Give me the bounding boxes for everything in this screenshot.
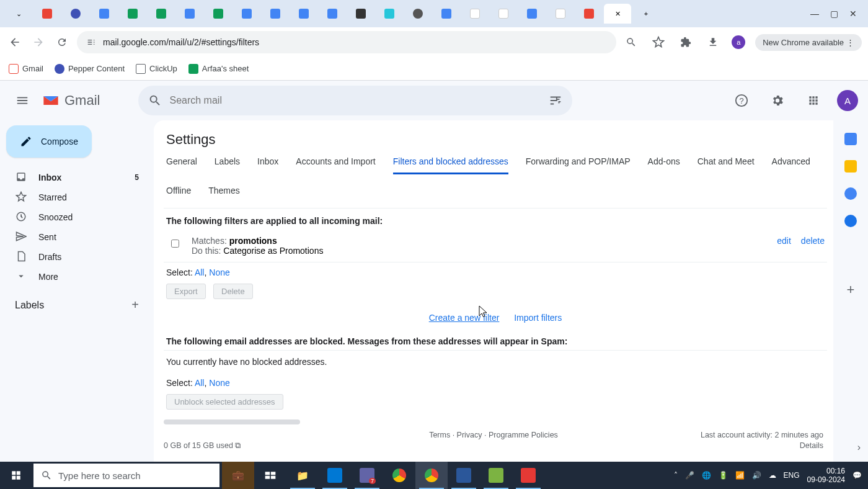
tab-gmail[interactable] bbox=[33, 4, 61, 24]
tray-wifi-icon[interactable]: 📶 bbox=[735, 471, 745, 480]
keep-icon[interactable] bbox=[844, 160, 857, 173]
nav-item-inbox[interactable]: Inbox5 bbox=[6, 168, 148, 187]
select-all-blocked[interactable]: All bbox=[195, 378, 205, 388]
taskbar-explorer[interactable]: 📁 bbox=[286, 462, 319, 489]
apps-button[interactable] bbox=[801, 88, 826, 113]
tab-8[interactable] bbox=[233, 4, 260, 24]
support-button[interactable]: ? bbox=[729, 88, 754, 113]
export-button[interactable]: Export bbox=[166, 284, 206, 299]
tab-4[interactable] bbox=[119, 4, 146, 24]
reload-button[interactable] bbox=[53, 34, 71, 51]
back-button[interactable] bbox=[6, 34, 24, 51]
tab-2[interactable] bbox=[62, 4, 89, 24]
tab-14[interactable] bbox=[404, 4, 432, 24]
select-none-filters[interactable]: None bbox=[209, 267, 229, 277]
nav-item-snoozed[interactable]: Snoozed bbox=[6, 207, 148, 227]
new-chrome-button[interactable]: New Chrome available ⋮ bbox=[755, 34, 862, 51]
address-bar[interactable]: mail.google.com/mail/u/2/#settings/filte… bbox=[77, 31, 616, 53]
tray-mic-icon[interactable]: 🎤 bbox=[685, 471, 694, 480]
gmail-logo[interactable]: Gmail bbox=[42, 92, 100, 109]
bookmark-arfaa-sheet[interactable]: Arfaa's sheet bbox=[188, 64, 249, 74]
main-menu-button[interactable] bbox=[10, 88, 35, 113]
profile-badge[interactable]: a bbox=[732, 35, 745, 49]
taskbar-app-briefcase[interactable]: 💼 bbox=[222, 462, 254, 489]
details-link[interactable]: Details bbox=[800, 441, 823, 451]
tab-19[interactable] bbox=[547, 4, 574, 24]
taskbar-task-view[interactable] bbox=[254, 462, 286, 489]
tasks-icon[interactable] bbox=[844, 187, 857, 200]
nav-item-sent[interactable]: Sent bbox=[6, 227, 148, 247]
terms-link[interactable]: Terms bbox=[429, 431, 450, 439]
tab-themes[interactable]: Themes bbox=[208, 186, 240, 202]
maximize-button[interactable]: ▢ bbox=[830, 9, 838, 19]
unblock-button[interactable]: Unblock selected addresses bbox=[166, 394, 283, 410]
tab-offline[interactable]: Offline bbox=[166, 186, 191, 202]
bookmark-clickup[interactable]: ClickUp bbox=[136, 64, 177, 74]
forward-button[interactable] bbox=[30, 34, 47, 51]
minimize-button[interactable]: — bbox=[810, 9, 819, 19]
tab-inbox[interactable]: Inbox bbox=[257, 156, 278, 174]
tab-filters-and-blocked-addresses[interactable]: Filters and blocked addresses bbox=[393, 156, 508, 174]
tab-5[interactable] bbox=[148, 4, 175, 24]
nav-item-drafts[interactable]: Drafts bbox=[6, 247, 148, 267]
nav-item-starred[interactable]: Starred bbox=[6, 187, 148, 207]
tray-globe-icon[interactable]: 🌐 bbox=[702, 471, 711, 480]
nav-item-more[interactable]: More bbox=[6, 267, 148, 287]
tab-3[interactable] bbox=[91, 4, 118, 24]
tray-battery-icon[interactable]: 🔋 bbox=[719, 471, 728, 480]
extensions-icon[interactable] bbox=[677, 34, 694, 51]
tab-chat-and-meet[interactable]: Chat and Meet bbox=[698, 156, 755, 174]
bookmark-pepper[interactable]: Pepper Content bbox=[55, 64, 125, 74]
downloads-icon[interactable] bbox=[704, 34, 722, 51]
tab-6[interactable] bbox=[176, 4, 203, 24]
import-filters-link[interactable]: Import filters bbox=[514, 313, 562, 323]
taskbar-app-red[interactable] bbox=[512, 462, 544, 489]
tray-onedrive-icon[interactable]: ☁ bbox=[769, 471, 776, 480]
horizontal-scrollbar[interactable] bbox=[164, 419, 300, 424]
tab-20[interactable] bbox=[575, 4, 603, 24]
contacts-icon[interactable] bbox=[844, 215, 857, 227]
tab-forwarding-and-pop-imap[interactable]: Forwarding and POP/IMAP bbox=[526, 156, 631, 174]
tray-clock[interactable]: 00:16 09-09-2024 bbox=[807, 467, 845, 485]
search-bar[interactable] bbox=[138, 86, 572, 115]
tab-15[interactable] bbox=[433, 4, 460, 24]
compose-button[interactable]: Compose bbox=[6, 125, 92, 158]
taskbar-app-green[interactable] bbox=[480, 462, 512, 489]
tab-active[interactable]: ✕ bbox=[604, 4, 631, 24]
bookmark-gmail[interactable]: Gmail bbox=[9, 64, 43, 74]
edit-filter-link[interactable]: edit bbox=[777, 236, 791, 246]
addons-plus-icon[interactable]: + bbox=[847, 282, 855, 298]
tray-chevron-icon[interactable]: ˄ bbox=[674, 471, 678, 480]
taskbar-word[interactable] bbox=[448, 462, 480, 489]
select-none-blocked[interactable]: None bbox=[209, 378, 229, 388]
taskbar-chrome-1[interactable] bbox=[383, 462, 415, 489]
policies-link[interactable]: Programme Policies bbox=[489, 431, 558, 439]
tray-notifications-icon[interactable]: 💬 bbox=[852, 471, 862, 480]
search-input[interactable] bbox=[169, 95, 541, 106]
tab-general[interactable]: General bbox=[166, 156, 197, 174]
tab-dropdown[interactable]: ⌄ bbox=[5, 4, 32, 24]
tab-add-ons[interactable]: Add-ons bbox=[648, 156, 680, 174]
tab-17[interactable] bbox=[490, 4, 517, 24]
tab-12[interactable] bbox=[347, 4, 374, 24]
taskbar-teams[interactable]: 7 bbox=[351, 462, 383, 489]
tab-16[interactable] bbox=[461, 4, 489, 24]
tab-11[interactable] bbox=[319, 4, 346, 24]
bookmark-star-icon[interactable] bbox=[650, 34, 667, 51]
delete-button[interactable]: Delete bbox=[213, 284, 253, 299]
tab-advanced[interactable]: Advanced bbox=[772, 156, 810, 174]
taskbar-search[interactable]: Type here to search bbox=[33, 464, 219, 487]
tab-18[interactable] bbox=[518, 4, 546, 24]
delete-filter-link[interactable]: delete bbox=[801, 236, 825, 246]
tab-accounts-and-import[interactable]: Accounts and Import bbox=[296, 156, 375, 174]
tray-lang[interactable]: ENG bbox=[784, 471, 800, 480]
start-button[interactable] bbox=[0, 462, 32, 489]
filter-checkbox[interactable] bbox=[171, 240, 179, 248]
tab-labels[interactable]: Labels bbox=[215, 156, 240, 174]
close-window-button[interactable]: ✕ bbox=[849, 9, 857, 19]
settings-button[interactable] bbox=[765, 88, 790, 113]
tab-10[interactable] bbox=[290, 4, 317, 24]
taskbar-outlook[interactable] bbox=[319, 462, 351, 489]
tab-7[interactable] bbox=[205, 4, 232, 24]
tray-volume-icon[interactable]: 🔊 bbox=[752, 471, 761, 480]
